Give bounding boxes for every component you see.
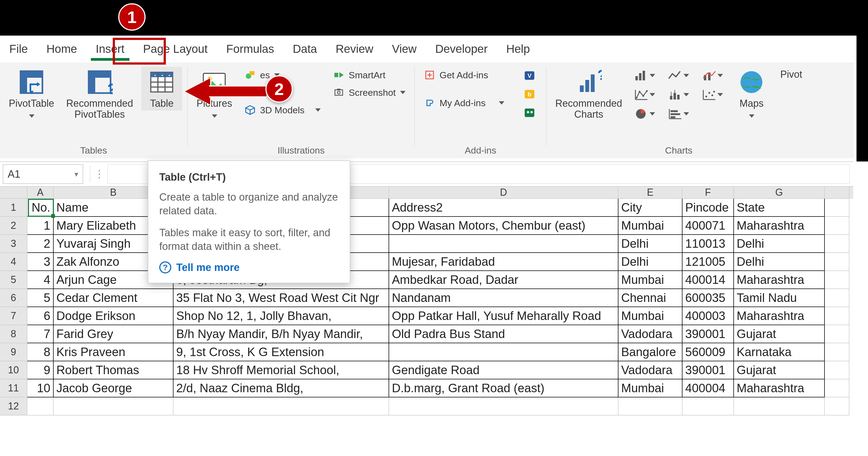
data-cell[interactable]: B/h Nyay Mandir, B/h Nyay Mandir,	[174, 325, 389, 343]
row-header[interactable]: 9	[0, 343, 27, 361]
data-cell[interactable]: 18 Hv Shroff Memorial School,	[174, 361, 389, 379]
data-cell[interactable]: 400003	[682, 307, 734, 325]
data-cell[interactable]: Nandanam	[389, 289, 618, 307]
data-cell[interactable]: 121005	[682, 253, 734, 271]
data-cell[interactable]	[174, 397, 389, 416]
tab-view[interactable]: View	[382, 36, 426, 62]
data-cell[interactable]: Gujarat	[734, 325, 825, 343]
worksheet[interactable]: A B C D E F G 1No.NameAddress2CityPincod…	[0, 187, 853, 456]
data-cell[interactable]: Old Padra Bus Stand	[389, 325, 618, 343]
data-cell[interactable]: Chennai	[618, 289, 682, 307]
data-cell[interactable]: Farid Grey	[54, 325, 174, 343]
data-cell[interactable]: Delhi	[734, 253, 825, 271]
header-cell[interactable]: Pincode	[682, 199, 734, 217]
row-header[interactable]: 11	[0, 379, 27, 397]
data-cell[interactable]: 3	[27, 253, 54, 271]
data-cell[interactable]: Bangalore	[618, 343, 682, 361]
data-cell[interactable]	[618, 397, 682, 416]
data-cell[interactable]: 4	[27, 271, 54, 289]
tab-help[interactable]: Help	[497, 36, 539, 62]
name-box[interactable]: A1 ▾	[3, 164, 83, 184]
data-cell[interactable]: Mumbai	[618, 271, 682, 289]
data-cell[interactable]: 110013	[682, 235, 734, 253]
data-cell[interactable]: D.b.marg, Grant Road (east)	[389, 379, 618, 397]
col-header-A[interactable]: A	[27, 187, 54, 199]
data-cell[interactable]: Jacob George	[54, 379, 174, 397]
header-cell[interactable]: State	[734, 199, 825, 217]
data-cell[interactable]: Vadodara	[618, 361, 682, 379]
data-cell[interactable]: 9	[27, 361, 54, 379]
data-cell[interactable]	[682, 397, 734, 416]
data-cell[interactable]: Kris Praveen	[54, 343, 174, 361]
3d-models-button[interactable]: 3D Models	[240, 103, 324, 117]
data-cell[interactable]: 400014	[682, 271, 734, 289]
data-cell[interactable]: 390001	[682, 361, 734, 379]
my-addins-button[interactable]: My Add-ins	[420, 96, 508, 110]
data-cell[interactable]: Dodge Erikson	[54, 307, 174, 325]
data-cell[interactable]: 7	[27, 325, 54, 343]
header-cell[interactable]: City	[618, 199, 682, 217]
data-cell[interactable]	[825, 253, 849, 271]
row-header[interactable]: 10	[0, 361, 27, 379]
data-cell[interactable]	[389, 397, 618, 416]
data-cell[interactable]: Tamil Nadu	[734, 289, 825, 307]
col-header-E[interactable]: E	[618, 187, 682, 199]
row-header[interactable]: 6	[0, 289, 27, 307]
data-cell[interactable]	[54, 397, 174, 416]
pictures-button[interactable]: Pictures	[193, 67, 236, 122]
data-cell[interactable]	[389, 235, 618, 253]
maps-button[interactable]: Maps	[731, 67, 772, 122]
data-cell[interactable]	[825, 325, 849, 343]
data-cell[interactable]	[825, 361, 849, 379]
pie-chart-button[interactable]	[630, 106, 659, 122]
data-cell[interactable]: Shop No 12, 1, Jolly Bhavan,	[174, 307, 389, 325]
recommended-charts-button[interactable]: ? Recommended Charts	[551, 67, 626, 122]
data-cell[interactable]: 560009	[682, 343, 734, 361]
bar-chart-button[interactable]	[664, 106, 692, 122]
data-cell[interactable]: Robert Thomas	[54, 361, 174, 379]
data-cell[interactable]: Maharashtra	[734, 271, 825, 289]
data-cell[interactable]: 35 Flat No 3, West Road West Cit Ngr	[174, 289, 389, 307]
row-header[interactable]: 8	[0, 325, 27, 343]
data-cell[interactable]: Delhi	[618, 253, 682, 271]
pivotchart-button[interactable]: Pivot	[776, 67, 806, 82]
tab-data[interactable]: Data	[283, 36, 327, 62]
data-cell[interactable]: Mujesar, Faridabad	[389, 253, 618, 271]
data-cell[interactable]	[389, 343, 618, 361]
data-cell[interactable]	[825, 307, 849, 325]
get-addins-button[interactable]: Get Add-ins	[420, 68, 508, 82]
data-cell[interactable]: Maharashtra	[734, 379, 825, 397]
data-cell[interactable]: 400071	[682, 217, 734, 235]
data-cell[interactable]: Karnataka	[734, 343, 825, 361]
data-cell[interactable]: Mumbai	[618, 379, 682, 397]
col-header-D[interactable]: D	[389, 187, 618, 199]
data-cell[interactable]: 400004	[682, 379, 734, 397]
name-box-dropdown-icon[interactable]: ▾	[74, 170, 78, 179]
data-cell[interactable]	[825, 217, 849, 235]
bing-addin-button[interactable]: b	[518, 87, 541, 102]
header-cell[interactable]: Address2	[389, 199, 618, 217]
data-cell[interactable]: Mumbai	[618, 217, 682, 235]
tab-file[interactable]: File	[0, 36, 37, 62]
data-cell[interactable]: 600035	[682, 289, 734, 307]
tab-developer[interactable]: Developer	[426, 36, 497, 62]
data-cell[interactable]	[825, 343, 849, 361]
data-cell[interactable]: Vadodara	[618, 325, 682, 343]
data-cell[interactable]: 10	[27, 379, 54, 397]
data-cell[interactable]: Mumbai	[618, 307, 682, 325]
data-cell[interactable]: Ambedkar Road, Dadar	[389, 271, 618, 289]
screenshot-button[interactable]: Screenshot	[329, 85, 409, 100]
data-cell[interactable]: 9, 1st Cross, K G Extension	[174, 343, 389, 361]
visio-addin-button[interactable]: V	[518, 68, 541, 83]
data-cell[interactable]: Maharashtra	[734, 307, 825, 325]
data-cell[interactable]	[825, 289, 849, 307]
statistic-chart-button[interactable]	[664, 87, 692, 102]
data-cell[interactable]: Opp Patkar Hall, Yusuf Meharally Road	[389, 307, 618, 325]
tab-review[interactable]: Review	[326, 36, 382, 62]
formula-bar-fx-icon[interactable]: ⋮	[94, 168, 104, 180]
data-cell[interactable]	[825, 235, 849, 253]
data-cell[interactable]	[825, 379, 849, 397]
data-cell[interactable]: Maharashtra	[734, 217, 825, 235]
data-cell[interactable]: 2/d, Naaz Cinema Bldg,	[174, 379, 389, 397]
scatter-chart-button[interactable]	[698, 87, 726, 102]
